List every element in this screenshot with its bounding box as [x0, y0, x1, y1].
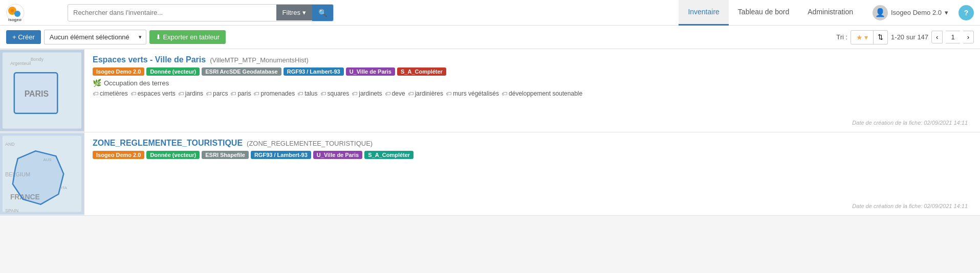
badge: Donnée (vecteur) — [146, 67, 200, 76]
exporter-button[interactable]: ⬇ Exporter en tableur — [149, 30, 226, 44]
tag: promenades — [253, 90, 295, 97]
selection-label: Aucun élément sélectionné — [44, 30, 135, 44]
header: isogeo Filtres ▾ 🔍 Inventaire Tableau de… — [0, 0, 980, 26]
card-title-sub: (VilleMTP_MTP_MonumentsHist) — [210, 56, 309, 64]
card-title[interactable]: Espaces verts - Ville de Paris (VilleMTP… — [93, 55, 972, 64]
svg-text:SPAIN: SPAIN — [5, 208, 18, 213]
tag: espaces verts — [130, 90, 176, 97]
card-thumbnail: Argenteuil Bondy PARIS — [0, 49, 84, 132]
card-tags: cimetièresespaces vertsjardinsparcsparis… — [93, 90, 972, 97]
help-button[interactable]: ? — [959, 5, 974, 20]
user-label: Isogeo Demo 2.0 — [891, 9, 942, 16]
card-thumbnail: AND BELGIUM FRANCE AUS ITA SPAIN — [0, 132, 84, 215]
badge: RGF93 / Lambert-93 — [284, 67, 344, 76]
nav-tableau-de-bord[interactable]: Tableau de bord — [729, 0, 798, 26]
card-title-main: Espaces verts - Ville de Paris — [93, 55, 206, 64]
card-title[interactable]: ZONE_REGLEMENTEE_TOURISTIQUE (ZONE_REGLE… — [93, 139, 972, 148]
user-avatar: 👤 — [873, 5, 888, 20]
card-abstract: 🌿 Occupation des terres — [93, 79, 972, 87]
nav-administration[interactable]: Administration — [798, 0, 862, 26]
result-card: Argenteuil Bondy PARIS Espaces verts - V… — [0, 49, 980, 132]
badge: RGF93 / Lambert-93 — [251, 151, 311, 159]
leaf-icon: 🌿 — [93, 79, 101, 87]
svg-point-3 — [11, 9, 14, 12]
svg-point-2 — [14, 11, 20, 17]
filter-button[interactable]: Filtres ▾ — [276, 5, 312, 20]
pagination-next[interactable]: › — [963, 31, 974, 43]
tag: parcs — [206, 90, 228, 97]
badge: Donnée (vecteur) — [146, 151, 200, 159]
tag: jardinières — [408, 90, 443, 97]
svg-text:Argenteuil: Argenteuil — [10, 61, 31, 66]
search-input[interactable] — [68, 6, 276, 19]
tri-label: Tri : — [836, 33, 847, 41]
search-bar[interactable]: Filtres ▾ 🔍 — [68, 4, 334, 21]
tag: développement soutenable — [502, 90, 582, 97]
svg-text:isogeo: isogeo — [8, 17, 21, 22]
results-list: Argenteuil Bondy PARIS Espaces verts - V… — [0, 49, 980, 216]
creer-button[interactable]: + Créer — [6, 30, 41, 44]
sort-star-button[interactable]: ★ ▾ — [851, 30, 874, 44]
tag: jardins — [178, 90, 203, 97]
tag: paris — [230, 90, 251, 97]
svg-text:ITA: ITA — [61, 186, 67, 190]
logo-icon: isogeo — [6, 4, 25, 22]
svg-text:AND: AND — [5, 142, 15, 147]
page-number: 1 — [946, 31, 960, 43]
card-date: Date de création de la fiche: 02/09/2021… — [93, 203, 972, 211]
selection-dropdown[interactable]: ▾ — [135, 30, 146, 44]
main-nav: Inventaire Tableau de bord Administratio… — [679, 0, 862, 26]
badge: U_Ville de Paris — [346, 67, 395, 76]
badge: S_A_Compléter — [364, 151, 413, 159]
badge: ESRI Shapefile — [202, 151, 249, 159]
badges: Isogeo Demo 2.0Donnée (vecteur)ESRI ArcS… — [93, 67, 972, 76]
user-area[interactable]: 👤 Isogeo Demo 2.0 ▾ — [867, 5, 953, 20]
tag: cimetières — [93, 90, 128, 97]
nav-inventaire[interactable]: Inventaire — [679, 0, 728, 26]
card-body: ZONE_REGLEMENTEE_TOURISTIQUE (ZONE_REGLE… — [84, 132, 980, 215]
badge: S_A_Compléter — [397, 67, 446, 76]
card-date: Date de création de la fiche: 02/09/2021… — [93, 120, 972, 128]
svg-text:Bondy: Bondy — [31, 57, 44, 62]
toolbar: + Créer Aucun élément sélectionné ▾ ⬇ Ex… — [0, 26, 980, 49]
sort-area: Tri : ★ ▾ ⇅ 1-20 sur 147 ‹ 1 › — [836, 30, 974, 44]
search-submit-button[interactable]: 🔍 — [312, 5, 333, 21]
result-card: AND BELGIUM FRANCE AUS ITA SPAIN ZONE_RE… — [0, 132, 980, 216]
tag: squares — [320, 90, 350, 97]
pagination-prev[interactable]: ‹ — [931, 31, 943, 43]
svg-text:PARIS: PARIS — [25, 89, 49, 98]
tag: murs végétalisés — [446, 90, 499, 97]
badge: Isogeo Demo 2.0 — [93, 67, 144, 76]
card-title-main: ZONE_REGLEMENTEE_TOURISTIQUE — [93, 139, 243, 148]
sort-order-button[interactable]: ⇅ — [874, 30, 888, 44]
badges: Isogeo Demo 2.0Donnée (vecteur)ESRI Shap… — [93, 151, 972, 159]
card-title-sub: (ZONE_REGLEMENTEE_TOURISTIQUE) — [247, 140, 373, 147]
logo-area: isogeo — [6, 4, 62, 22]
badge: Isogeo Demo 2.0 — [93, 151, 144, 159]
tag: deve — [385, 90, 405, 97]
badge: ESRI ArcSDE Geodatabase — [202, 67, 281, 76]
card-body: Espaces verts - Ville de Paris (VilleMTP… — [84, 49, 980, 132]
tag: talus — [297, 90, 317, 97]
badge: U_Ville de Paris — [313, 151, 362, 159]
pagination-info: 1-20 sur 147 — [891, 33, 928, 41]
tag: jardinets — [352, 90, 382, 97]
